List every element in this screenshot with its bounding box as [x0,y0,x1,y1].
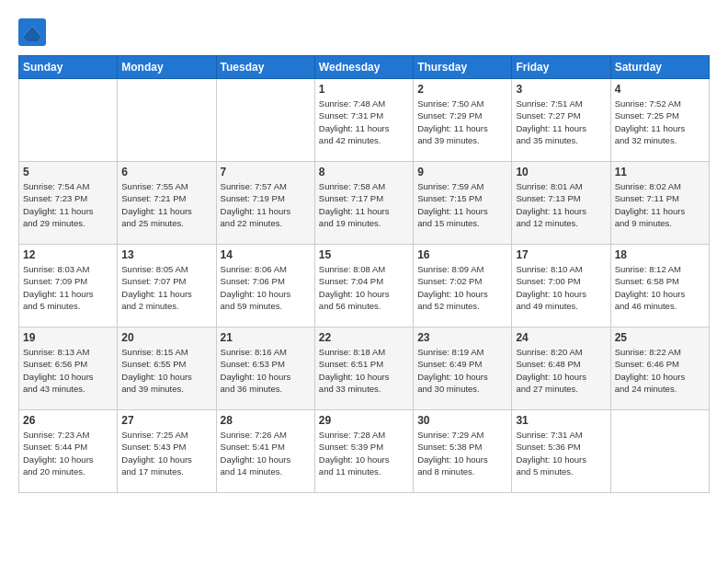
calendar-cell: 4Sunrise: 7:52 AM Sunset: 7:25 PM Daylig… [610,79,709,162]
day-number: 14 [221,248,311,261]
day-number: 11 [615,166,705,178]
day-number: 21 [221,331,311,344]
day-info: Sunrise: 8:12 AM Sunset: 6:58 PM Dayligh… [615,263,705,312]
day-number: 18 [615,248,705,261]
day-number: 10 [516,166,606,178]
day-info: Sunrise: 8:09 AM Sunset: 7:02 PM Dayligh… [417,263,507,312]
day-number: 1 [319,83,409,96]
calendar-cell: 15Sunrise: 8:08 AM Sunset: 7:04 PM Dayli… [314,245,413,327]
day-info: Sunrise: 8:08 AM Sunset: 7:04 PM Dayligh… [319,263,409,312]
day-number: 4 [615,83,705,96]
calendar-cell: 22Sunrise: 8:18 AM Sunset: 6:51 PM Dayli… [314,327,413,410]
day-info: Sunrise: 8:19 AM Sunset: 6:49 PM Dayligh… [417,346,507,395]
calendar-cell: 24Sunrise: 8:20 AM Sunset: 6:48 PM Dayli… [512,327,610,410]
calendar-week-1: 5Sunrise: 7:54 AM Sunset: 7:23 PM Daylig… [19,162,710,245]
header-day-saturday: Saturday [610,56,709,79]
day-info: Sunrise: 8:18 AM Sunset: 6:51 PM Dayligh… [319,346,409,395]
calendar-header-row: SundayMondayTuesdayWednesdayThursdayFrid… [19,56,710,79]
day-number: 3 [516,83,606,96]
header-day-monday: Monday [118,56,216,79]
day-number: 28 [221,414,311,427]
header-day-friday: Friday [512,56,610,79]
calendar-cell: 3Sunrise: 7:51 AM Sunset: 7:27 PM Daylig… [512,79,610,162]
calendar-cell: 2Sunrise: 7:50 AM Sunset: 7:29 PM Daylig… [414,79,512,162]
day-number: 2 [417,83,507,96]
day-info: Sunrise: 7:55 AM Sunset: 7:21 PM Dayligh… [121,180,211,229]
day-info: Sunrise: 7:58 AM Sunset: 7:17 PM Dayligh… [319,180,409,229]
day-number: 13 [121,248,211,261]
day-info: Sunrise: 8:15 AM Sunset: 6:55 PM Dayligh… [121,346,211,395]
day-number: 31 [516,414,606,427]
day-info: Sunrise: 8:03 AM Sunset: 7:09 PM Dayligh… [23,263,113,312]
calendar-cell: 25Sunrise: 8:22 AM Sunset: 6:46 PM Dayli… [610,327,709,410]
calendar-body: 1Sunrise: 7:48 AM Sunset: 7:31 PM Daylig… [19,79,710,493]
calendar-cell [19,79,118,162]
day-info: Sunrise: 8:01 AM Sunset: 7:13 PM Dayligh… [516,180,606,229]
day-number: 20 [121,331,211,344]
calendar-cell: 31Sunrise: 7:31 AM Sunset: 5:36 PM Dayli… [512,410,610,493]
day-number: 9 [417,166,507,178]
calendar-cell: 8Sunrise: 7:58 AM Sunset: 7:17 PM Daylig… [314,162,413,245]
day-info: Sunrise: 7:51 AM Sunset: 7:27 PM Dayligh… [516,98,606,146]
calendar-cell: 13Sunrise: 8:05 AM Sunset: 7:07 PM Dayli… [118,245,216,327]
day-info: Sunrise: 8:10 AM Sunset: 7:00 PM Dayligh… [516,263,606,312]
calendar-cell [216,79,314,162]
calendar-week-0: 1Sunrise: 7:48 AM Sunset: 7:31 PM Daylig… [19,79,710,162]
day-info: Sunrise: 7:50 AM Sunset: 7:29 PM Dayligh… [417,98,507,146]
logo-icon [18,18,46,46]
day-info: Sunrise: 7:31 AM Sunset: 5:36 PM Dayligh… [516,429,606,477]
day-info: Sunrise: 8:02 AM Sunset: 7:11 PM Dayligh… [615,180,705,229]
day-number: 30 [417,414,507,427]
calendar-cell: 9Sunrise: 7:59 AM Sunset: 7:15 PM Daylig… [414,162,512,245]
calendar-week-3: 19Sunrise: 8:13 AM Sunset: 6:56 PM Dayli… [19,327,710,410]
calendar-cell: 29Sunrise: 7:28 AM Sunset: 5:39 PM Dayli… [314,410,413,493]
calendar-cell: 30Sunrise: 7:29 AM Sunset: 5:38 PM Dayli… [414,410,512,493]
calendar-cell: 16Sunrise: 8:09 AM Sunset: 7:02 PM Dayli… [414,245,512,327]
calendar-cell: 7Sunrise: 7:57 AM Sunset: 7:19 PM Daylig… [216,162,314,245]
day-number: 27 [121,414,211,427]
calendar-week-4: 26Sunrise: 7:23 AM Sunset: 5:44 PM Dayli… [19,410,710,493]
calendar-cell: 11Sunrise: 8:02 AM Sunset: 7:11 PM Dayli… [610,162,709,245]
header-day-sunday: Sunday [19,56,118,79]
header-day-wednesday: Wednesday [314,56,413,79]
calendar-cell: 14Sunrise: 8:06 AM Sunset: 7:06 PM Dayli… [216,245,314,327]
day-number: 26 [23,414,113,427]
day-info: Sunrise: 7:26 AM Sunset: 5:41 PM Dayligh… [221,429,311,477]
calendar-cell: 21Sunrise: 8:16 AM Sunset: 6:53 PM Dayli… [216,327,314,410]
day-number: 19 [23,331,113,344]
calendar-cell: 28Sunrise: 7:26 AM Sunset: 5:41 PM Dayli… [216,410,314,493]
day-info: Sunrise: 7:52 AM Sunset: 7:25 PM Dayligh… [615,98,705,146]
day-number: 17 [516,248,606,261]
day-info: Sunrise: 7:59 AM Sunset: 7:15 PM Dayligh… [417,180,507,229]
calendar-cell: 17Sunrise: 8:10 AM Sunset: 7:00 PM Dayli… [512,245,610,327]
calendar-cell: 26Sunrise: 7:23 AM Sunset: 5:44 PM Dayli… [19,410,118,493]
calendar-cell: 12Sunrise: 8:03 AM Sunset: 7:09 PM Dayli… [19,245,118,327]
day-info: Sunrise: 7:28 AM Sunset: 5:39 PM Dayligh… [319,429,409,477]
day-info: Sunrise: 8:20 AM Sunset: 6:48 PM Dayligh… [516,346,606,395]
day-number: 23 [417,331,507,344]
calendar-cell: 5Sunrise: 7:54 AM Sunset: 7:23 PM Daylig… [19,162,118,245]
calendar-cell: 27Sunrise: 7:25 AM Sunset: 5:43 PM Dayli… [118,410,216,493]
day-number: 5 [23,166,113,178]
calendar-cell: 6Sunrise: 7:55 AM Sunset: 7:21 PM Daylig… [118,162,216,245]
day-info: Sunrise: 7:23 AM Sunset: 5:44 PM Dayligh… [23,429,113,477]
calendar-week-2: 12Sunrise: 8:03 AM Sunset: 7:09 PM Dayli… [19,245,710,327]
day-number: 16 [417,248,507,261]
calendar-cell: 19Sunrise: 8:13 AM Sunset: 6:56 PM Dayli… [19,327,118,410]
day-number: 6 [121,166,211,178]
day-number: 15 [319,248,409,261]
day-info: Sunrise: 7:54 AM Sunset: 7:23 PM Dayligh… [23,180,113,229]
calendar-cell: 10Sunrise: 8:01 AM Sunset: 7:13 PM Dayli… [512,162,610,245]
day-number: 22 [319,331,409,344]
logo [18,18,50,46]
day-number: 25 [615,331,705,344]
day-info: Sunrise: 8:13 AM Sunset: 6:56 PM Dayligh… [23,346,113,395]
calendar-cell: 20Sunrise: 8:15 AM Sunset: 6:55 PM Dayli… [118,327,216,410]
header-day-thursday: Thursday [414,56,512,79]
day-number: 24 [516,331,606,344]
calendar-cell [610,410,709,493]
day-info: Sunrise: 7:29 AM Sunset: 5:38 PM Dayligh… [417,429,507,477]
day-info: Sunrise: 8:16 AM Sunset: 6:53 PM Dayligh… [221,346,311,395]
day-info: Sunrise: 8:06 AM Sunset: 7:06 PM Dayligh… [221,263,311,312]
calendar-cell [118,79,216,162]
